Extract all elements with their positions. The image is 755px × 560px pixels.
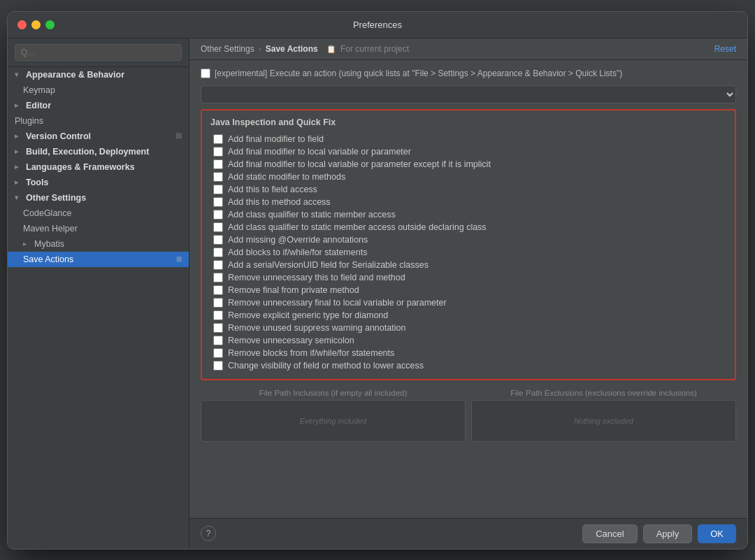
inspection-item-2: Add final modifier to local variable or … [210, 158, 726, 171]
inspection-item-10: Add a serialVersionUID field for Seriali… [210, 259, 726, 271]
sidebar-item-mybatis[interactable]: Mybatis [8, 236, 189, 252]
close-button[interactable] [17, 20, 27, 29]
inclusions-label: File Path Inclusions (if empty all inclu… [201, 389, 466, 397]
inspection-box: Java Inspection and Quick Fix Add final … [201, 109, 736, 380]
action-dropdown[interactable] [201, 85, 736, 103]
action-buttons: Cancel Apply OK [582, 524, 736, 543]
sidebar-item-editor[interactable]: Editor [8, 98, 189, 113]
bottom-bar: ? Cancel Apply OK [189, 518, 747, 549]
dropdown-row [201, 85, 736, 103]
inclusions-placeholder: Everything included [299, 417, 366, 425]
inspection-item-0: Add final modifier to field [210, 133, 726, 145]
exclusions-area[interactable]: Nothing excluded [471, 400, 736, 442]
sidebar-item-build[interactable]: Build, Execution, Deployment [8, 144, 189, 159]
file-path-inclusions: File Path Inclusions (if empty all inclu… [201, 389, 466, 442]
checkbox-remove-final[interactable] [213, 285, 223, 295]
inspection-item-5: Add this to method access [210, 196, 726, 208]
breadcrumb-bar: Other Settings › Save Actions 📋 For curr… [189, 38, 747, 60]
inspection-item-16: Remove unnecessary semicolon [210, 334, 726, 347]
sidebar-search-container [8, 38, 189, 67]
search-input[interactable] [15, 44, 182, 61]
chevron-icon [15, 178, 23, 187]
chevron-icon [15, 71, 23, 79]
sidebar-item-appearance[interactable]: Appearance & Behavior [8, 67, 189, 82]
titlebar: Preferences [8, 12, 747, 38]
chevron-icon [15, 101, 23, 110]
inspection-item-14: Remove explicit generic type for diamond [210, 309, 726, 322]
minimize-button[interactable] [31, 20, 41, 29]
checkbox-add-override[interactable] [213, 235, 223, 245]
exclusions-label: File Path Exclusions (exclusions overrid… [471, 389, 736, 397]
chevron-icon [15, 163, 23, 171]
sidebar-item-tools[interactable]: Tools [8, 175, 189, 190]
checkbox-add-serial[interactable] [213, 260, 223, 270]
checkbox-add-static[interactable] [213, 172, 223, 182]
main-content-area: Appearance & Behavior Keymap Editor Plug… [8, 38, 747, 549]
file-path-exclusions: File Path Exclusions (exclusions overrid… [471, 389, 736, 442]
chevron-icon [15, 148, 23, 156]
inclusions-area[interactable]: Everything included [201, 400, 466, 442]
inspection-title: Java Inspection and Quick Fix [210, 117, 726, 127]
file-paths-row: File Path Inclusions (if empty all inclu… [201, 389, 736, 442]
sidebar-item-version-control[interactable]: Version Control ⊞ [8, 129, 189, 144]
inspection-item-12: Remove final from private method [210, 284, 726, 296]
checkbox-remove-suppress[interactable] [213, 323, 223, 333]
reset-button[interactable]: Reset [714, 44, 736, 54]
window-title: Preferences [353, 20, 402, 30]
sidebar-item-keymap[interactable]: Keymap [8, 82, 189, 98]
checkbox-add-class-qualifier-outside[interactable] [213, 222, 223, 232]
sidebar-item-codeglance[interactable]: CodeGlance [8, 206, 189, 221]
inspection-item-9: Add blocks to if/while/for statements [210, 246, 726, 259]
inspection-item-3: Add static modifier to methods [210, 171, 726, 183]
checkbox-add-final-local-except[interactable] [213, 159, 223, 169]
breadcrumb-current: Save Actions [266, 44, 318, 54]
sidebar: Appearance & Behavior Keymap Editor Plug… [8, 38, 189, 549]
breadcrumb-project: 📋 For current project [326, 44, 409, 54]
traffic-lights [17, 20, 55, 29]
breadcrumb-parent: Other Settings [201, 44, 254, 54]
chevron-icon [23, 240, 31, 248]
sidebar-item-plugins[interactable]: Plugins [8, 113, 189, 129]
inspection-item-11: Remove unnecessary this to field and met… [210, 271, 726, 284]
inspection-item-15: Remove unused suppress warning annotatio… [210, 322, 726, 334]
chevron-icon [15, 132, 23, 141]
experimental-row: [experimental] Execute an action (using … [201, 67, 736, 80]
sidebar-item-save-actions[interactable]: Save Actions ⊞ [8, 252, 189, 267]
ok-button[interactable]: OK [698, 524, 736, 543]
apply-button[interactable]: Apply [643, 524, 693, 543]
maximize-button[interactable] [45, 20, 55, 29]
inspection-item-18: Change visibility of field or method to … [210, 359, 726, 372]
sidebar-item-maven-helper[interactable]: Maven Helper [8, 221, 189, 236]
checkbox-add-class-qualifier[interactable] [213, 210, 223, 220]
checkbox-remove-final-local[interactable] [213, 298, 223, 308]
inspection-item-7: Add class qualifier to static member acc… [210, 221, 726, 234]
checkbox-remove-semicolon[interactable] [213, 336, 223, 345]
inspection-item-6: Add class qualifier to static member acc… [210, 208, 726, 221]
sidebar-item-languages[interactable]: Languages & Frameworks [8, 159, 189, 175]
checkbox-remove-this[interactable] [213, 273, 223, 282]
inspection-item-13: Remove unnecessary final to local variab… [210, 296, 726, 309]
checkbox-remove-generic[interactable] [213, 310, 223, 320]
checkbox-add-final-local[interactable] [213, 147, 223, 157]
breadcrumb-separator: › [259, 44, 261, 54]
checkbox-change-visibility[interactable] [213, 361, 223, 371]
inspection-item-1: Add final modifier to local variable or … [210, 145, 726, 158]
exclusions-placeholder: Nothing excluded [574, 417, 633, 425]
chevron-icon [15, 194, 23, 202]
checkbox-add-this-field[interactable] [213, 185, 223, 194]
sidebar-item-other-settings[interactable]: Other Settings [8, 190, 189, 206]
preferences-window: Preferences Appearance & Behavior Keymap… [7, 11, 748, 550]
inspection-item-17: Remove blocks from if/while/for statemen… [210, 347, 726, 359]
inspection-item-4: Add this to field access [210, 183, 726, 196]
help-button[interactable]: ? [201, 526, 216, 541]
checkbox-add-this-method[interactable] [213, 197, 223, 207]
experimental-label: [experimental] Execute an action (using … [215, 69, 622, 78]
experimental-checkbox[interactable] [201, 69, 210, 78]
checkbox-add-blocks[interactable] [213, 247, 223, 257]
inspection-item-8: Add missing @Override annotations [210, 234, 726, 246]
checkbox-remove-blocks[interactable] [213, 348, 223, 358]
settings-content: [experimental] Execute an action (using … [189, 60, 747, 518]
checkbox-add-final-field[interactable] [213, 134, 223, 144]
cancel-button[interactable]: Cancel [582, 524, 637, 543]
main-panel: Other Settings › Save Actions 📋 For curr… [189, 38, 747, 549]
